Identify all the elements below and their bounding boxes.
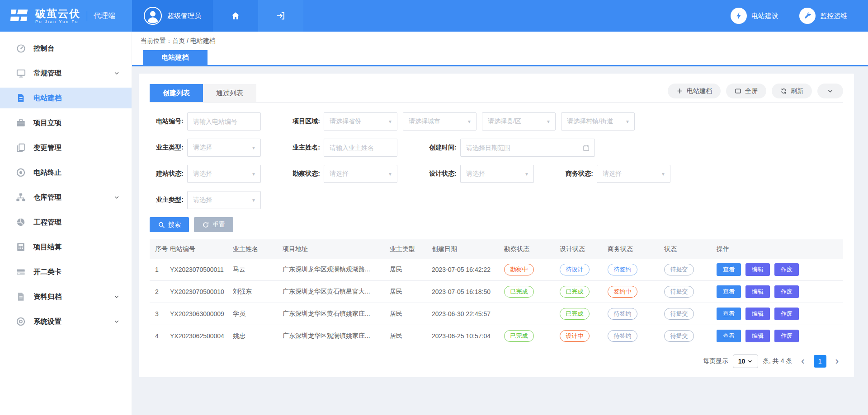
filter-label: 勘察状态: <box>286 170 320 178</box>
total-count-label: 条, 共 4 条 <box>763 357 792 365</box>
survey-status-cell: 已完成 <box>504 286 560 298</box>
page-tab-station-filing[interactable]: 电站建档 <box>143 50 208 65</box>
view-button[interactable]: 查看 <box>717 308 741 320</box>
overall-status-cell: 待提交 <box>664 264 717 275</box>
sidebar-item-general-management[interactable]: 常规管理 <box>0 63 132 84</box>
void-button[interactable]: 作废 <box>774 330 799 342</box>
overall-status-badge: 待提交 <box>664 286 694 298</box>
avatar <box>144 7 162 25</box>
view-button[interactable]: 查看 <box>717 285 741 298</box>
column-header: 商务状态 <box>608 245 664 253</box>
owner-type-select[interactable]: 请选择▼ <box>187 139 261 157</box>
sidebar-item-label: 电站建档 <box>33 93 61 103</box>
station-code-input[interactable] <box>188 113 260 130</box>
region-county-select[interactable]: 请选择县/区▼ <box>482 112 556 131</box>
region-city-select[interactable]: 请选择城市▼ <box>403 112 476 131</box>
build-status-select[interactable]: 请选择▼ <box>187 165 261 183</box>
sidebar-item-console[interactable]: 控制台 <box>0 38 132 59</box>
void-button[interactable]: 作废 <box>774 263 799 276</box>
logo[interactable]: 破茧云伏 Po Jian Yun Fu 代理端 <box>0 0 132 32</box>
edit-button[interactable]: 编辑 <box>745 285 770 298</box>
row-index: 3 <box>150 310 170 317</box>
sidebar-item-change-management[interactable]: 变更管理 <box>0 137 132 158</box>
sidebar-item-station-termination[interactable]: 电站终止 <box>0 162 132 183</box>
next-page-button[interactable]: › <box>831 356 843 366</box>
owner-name-input[interactable] <box>324 139 397 156</box>
column-header: 创建日期 <box>432 245 504 253</box>
column-header: 状态 <box>664 245 717 253</box>
home-button[interactable] <box>213 0 258 32</box>
chevron-down-icon <box>113 194 120 201</box>
column-header: 项目地址 <box>283 245 390 253</box>
business-status-badge: 待签约 <box>608 330 637 342</box>
view-button[interactable]: 查看 <box>717 263 741 276</box>
region-town-select[interactable]: 请选择村镇/街道▼ <box>561 112 635 131</box>
filter-label: 商务状态: <box>559 170 593 178</box>
bolt-icon <box>731 8 747 24</box>
survey-status-select[interactable]: 请选择▼ <box>324 165 397 183</box>
create-station-button[interactable]: 电站建档 <box>668 84 721 98</box>
edit-button[interactable]: 编辑 <box>745 330 770 342</box>
search-button[interactable]: 搜索 <box>150 217 189 232</box>
fullscreen-button[interactable]: 全屏 <box>726 84 766 98</box>
refresh-button[interactable]: 刷新 <box>772 84 812 98</box>
station-table: 序号电站编号业主姓名项目地址业主类型创建日期勘察状态设计状态商务状态状态操作1Y… <box>150 239 843 347</box>
business-status-select[interactable]: 请选择▼ <box>597 165 670 183</box>
created-time-input[interactable] <box>461 139 594 156</box>
user-menu[interactable]: 超级管理员 <box>132 0 213 32</box>
edit-button[interactable]: 编辑 <box>745 263 770 276</box>
survey-status-badge: 勘察中 <box>504 264 534 275</box>
void-button[interactable]: 作废 <box>774 308 799 320</box>
created-date: 2023-06-30 22:45:57 <box>432 310 504 317</box>
select-placeholder: 请选择 <box>603 170 622 178</box>
reset-button[interactable]: 重置 <box>194 217 233 232</box>
user-name: 超级管理员 <box>167 12 201 20</box>
void-button[interactable]: 作废 <box>774 285 799 298</box>
top-header: 破茧云伏 Po Jian Yun Fu 代理端 超级管理员 <box>0 0 868 32</box>
column-header: 序号 <box>150 245 170 253</box>
overall-status-badge: 待提交 <box>664 330 694 342</box>
station-code: YX2023062500004 <box>170 332 233 340</box>
tab-create-list[interactable]: 创建列表 <box>150 84 203 102</box>
view-button[interactable]: 查看 <box>717 330 741 342</box>
briefcase-icon <box>15 117 26 128</box>
edit-button[interactable]: 编辑 <box>745 308 770 320</box>
sidebar-item-warehouse-management[interactable]: 仓库管理 <box>0 187 132 208</box>
select-chevron-icon <box>747 359 753 364</box>
sidebar-item-project-settlement[interactable]: 项目结算 <box>0 237 132 257</box>
prev-page-button[interactable]: ‹ <box>797 356 809 366</box>
per-page-select[interactable]: 10 <box>733 354 758 368</box>
project-address: 广东深圳龙华区观澜镇观湖路... <box>283 266 390 274</box>
select-arrow-icon: ▼ <box>251 172 256 177</box>
created-date: 2023-07-05 16:18:50 <box>432 288 504 295</box>
logout-button[interactable] <box>258 0 303 32</box>
created-time-field[interactable] <box>460 139 595 157</box>
settings-icon <box>15 316 26 327</box>
sidebar-item-label: 常规管理 <box>33 69 61 78</box>
sidebar-item-engineering-management[interactable]: 工程管理 <box>0 212 132 233</box>
filter-label: 项目区域: <box>286 117 320 126</box>
sidebar-item-system-settings[interactable]: 系统设置 <box>0 311 132 332</box>
owner-type-2-select[interactable]: 请选择▼ <box>187 191 261 209</box>
business-status-badge: 待签约 <box>608 308 637 320</box>
pie-gauge-icon <box>15 217 26 228</box>
design-status-select[interactable]: 请选择▼ <box>460 165 534 183</box>
sidebar-item-data-archive[interactable]: 资料归档 <box>0 286 132 307</box>
sidebar-item-station-filing[interactable]: 电站建档 <box>0 88 132 108</box>
region-province-select[interactable]: 请选择省份▼ <box>324 112 397 131</box>
tab-passed-list[interactable]: 通过列表 <box>203 84 256 102</box>
design-status-badge: 已完成 <box>560 286 590 298</box>
design-status-cell: 已完成 <box>560 286 608 298</box>
select-placeholder: 请选择村镇/街道 <box>567 117 613 126</box>
collapse-toolbar-button[interactable] <box>817 84 843 98</box>
current-page-button[interactable]: 1 <box>814 355 826 368</box>
nav-station-build[interactable]: 电站建设 <box>731 8 778 24</box>
filter-label: 业主类型: <box>150 144 184 152</box>
nav-monitor-ops[interactable]: 监控运维 <box>799 8 847 24</box>
sidebar-item-second-class-card[interactable]: 开二类卡 <box>0 261 132 282</box>
sidebar-item-project-initiation[interactable]: 项目立项 <box>0 112 132 133</box>
filter-row: 电站编号:项目区域:请选择省份▼请选择城市▼请选择县/区▼请选择村镇/街道▼ <box>150 112 843 131</box>
logout-icon <box>276 11 286 21</box>
owner-type: 居民 <box>390 288 432 296</box>
breadcrumb: 当前位置： 首页 / 电站建档 <box>132 32 868 50</box>
